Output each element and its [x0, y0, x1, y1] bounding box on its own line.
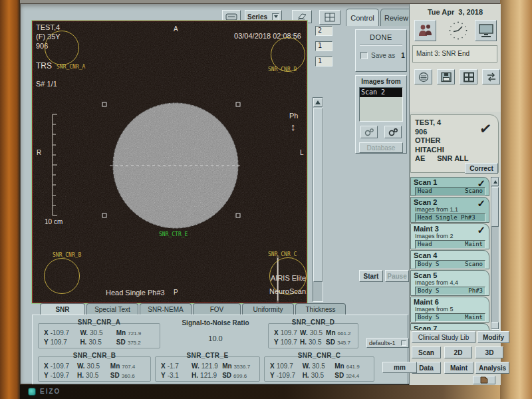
stat-cell: Y109.7: [274, 338, 300, 346]
notes-button[interactable]: [473, 376, 495, 384]
scan-protocol-field[interactable]: Body SScano: [415, 260, 485, 269]
correct-button[interactable]: Correct: [465, 163, 498, 174]
stat-cell: W.30.5: [300, 329, 326, 336]
scan-protocol-field[interactable]: Body SMaint: [415, 313, 485, 322]
scan-protocol-right: Scano: [465, 261, 483, 268]
tab-control[interactable]: Control: [346, 9, 379, 26]
eizo-logo-icon: [28, 388, 36, 396]
image-scrollbar[interactable]: [313, 97, 323, 302]
copy-image-button-1[interactable]: [360, 126, 378, 138]
stat-cell: Mn707.4: [110, 362, 148, 370]
pause-button[interactable]: Pause: [385, 270, 409, 282]
layout-grid-button[interactable]: [319, 10, 340, 25]
stat-cell: H.30.5: [303, 372, 335, 379]
roi-circle-a[interactable]: [45, 31, 79, 65]
patient-vendor: HITACHI: [415, 146, 498, 155]
host-computer-button[interactable]: [475, 20, 497, 41]
scan-protocol-left: Head Single Ph#3: [418, 214, 475, 221]
2d-button[interactable]: 2D: [444, 346, 472, 358]
roi-stats-d: SNR_CNR_D X109.7 W.30.5 Mn661.2 Y109.7 H…: [268, 323, 358, 348]
stat-cell: H.30.5: [80, 338, 116, 346]
patient-registration-button[interactable]: [414, 20, 436, 41]
tab-snr[interactable]: SNR: [40, 303, 85, 315]
snr-result-value: 10.0: [167, 334, 264, 342]
scan-scroll-up-button[interactable]: [491, 178, 499, 186]
tab-snr-nema[interactable]: SNR-NEMA: [140, 303, 192, 315]
3d-button[interactable]: 3D: [475, 346, 503, 358]
database-button[interactable]: Database: [359, 142, 403, 153]
unit-mm-button[interactable]: mm: [382, 362, 417, 373]
scroll-up-button[interactable]: [313, 98, 323, 107]
scan-protocol-field[interactable]: Head Single Ph#3: [415, 213, 485, 222]
copy-image-button-2[interactable]: [384, 126, 402, 138]
maint-button[interactable]: Maint: [444, 362, 473, 374]
stat-cell: H.30.5: [77, 372, 110, 379]
defaults-dropdown[interactable]: defaults-1: [366, 338, 409, 348]
scale-label-overlay: 10 cm: [45, 218, 63, 225]
clock-icon: [448, 20, 469, 41]
defaults-arrow-icon: [401, 340, 406, 346]
stat-cell: Y109.7: [44, 338, 80, 346]
marker-posterior: P: [174, 289, 178, 296]
scan-list-item[interactable]: Scan 4 Body SScano: [410, 250, 489, 269]
scan-scroll-grip[interactable]: [491, 322, 499, 329]
roi-stats-name: SNR_CNR_B: [38, 352, 151, 359]
stat-cell: Mn721.9: [116, 329, 157, 336]
tab-special-text[interactable]: Special Text: [86, 303, 138, 315]
scan-list-item[interactable]: Maint 3 ✓ Images from 2 HeadMaint: [410, 223, 489, 249]
done-button[interactable]: DONE: [356, 30, 406, 45]
start-button[interactable]: Start: [359, 270, 383, 282]
bezel-left: [0, 0, 20, 399]
window-layout-button[interactable]: [460, 69, 477, 84]
layout-grid-icon: [325, 13, 335, 22]
roi-circle-b[interactable]: [44, 258, 80, 294]
scan-protocol-field[interactable]: Body SPh#3: [415, 287, 485, 295]
imager-icon: [225, 13, 237, 21]
roi-stats-e: SNR_CTR_E X-1.7 W.121.9 Mn3536.7 Y-3.1 H…: [155, 356, 260, 382]
tab-review[interactable]: Review: [380, 9, 412, 26]
clinical-study-lib-button[interactable]: Clinical Study Lib: [412, 331, 475, 343]
roi-stats-b: SNR_CNR_B X-109.7 W.30.5 Mn707.4 Y-109.7…: [38, 356, 151, 382]
slice-field-2[interactable]: 1: [315, 41, 332, 51]
scan-list-item[interactable]: Scan 5 Images from 4,4 Body SPh#3: [410, 270, 489, 296]
scan-scrollbar-thumb[interactable]: [491, 187, 499, 227]
save-as-checkbox[interactable]: [360, 52, 368, 59]
image-viewport[interactable]: TEST,4 (F) 35Y 906 TRS S# 1/1 03/04/2018…: [32, 21, 307, 303]
scan-title: Scan 2: [414, 198, 486, 206]
scan-list-scrollbar[interactable]: [491, 177, 499, 330]
scan-list-item[interactable]: Scan 1 ✓ HeadScano: [410, 177, 489, 196]
analysis-panel: SNR Special Text SNR-NEMA FOV Uniformity…: [32, 303, 408, 384]
selected-scan-item[interactable]: Scan 2: [360, 88, 402, 97]
images-from-listbox[interactable]: Scan 2: [359, 87, 403, 122]
scan-list-item[interactable]: Scan 7: [410, 323, 489, 331]
stat-cell: Y-3.1: [161, 372, 192, 379]
scan-protocol-left: Head: [418, 188, 432, 195]
slice-field-1[interactable]: 2: [315, 26, 332, 36]
scan-protocol-left: Head: [418, 241, 432, 248]
tab-uniformity[interactable]: Uniformity: [242, 303, 294, 315]
roi-label-c: SNR_CNR_C: [268, 251, 297, 257]
scrollbar-thumb[interactable]: [313, 108, 323, 282]
modify-button[interactable]: Modify: [477, 331, 509, 343]
media-button[interactable]: [414, 69, 432, 84]
scan-list-item[interactable]: Maint 6 Images from 5 Body SMaint: [410, 297, 489, 323]
scan-title: Scan 5: [414, 271, 486, 279]
tab-fov[interactable]: FOV: [193, 303, 241, 315]
analysis-button[interactable]: Analysis: [475, 362, 509, 374]
eraser-icon: [297, 13, 307, 21]
scan-list-item[interactable]: Scan 2 ✓ Images from 1,1 Head Single Ph#…: [410, 197, 489, 223]
scan-protocol-field[interactable]: HeadScano: [415, 187, 485, 196]
marker-right: R: [37, 149, 41, 156]
slice-field-3[interactable]: 1: [315, 57, 332, 66]
scan-protocol-field[interactable]: HeadMaint: [415, 240, 485, 249]
tab-thickness[interactable]: Thickness: [295, 303, 346, 315]
monitor-photo: EIZO Series Control Review: [0, 0, 532, 399]
series-arrow-icon: [272, 13, 279, 21]
save-as-value[interactable]: 1: [401, 52, 405, 59]
save-button[interactable]: [437, 69, 455, 84]
session-status-field[interactable]: Maint 3: SNR End: [412, 45, 497, 63]
stat-cell: X-109.7: [44, 329, 80, 336]
transfer-button[interactable]: [482, 69, 500, 84]
roi-stats-name: SNR_CNR_C: [264, 352, 374, 359]
phase-arrow-icon: ↕: [291, 121, 296, 132]
